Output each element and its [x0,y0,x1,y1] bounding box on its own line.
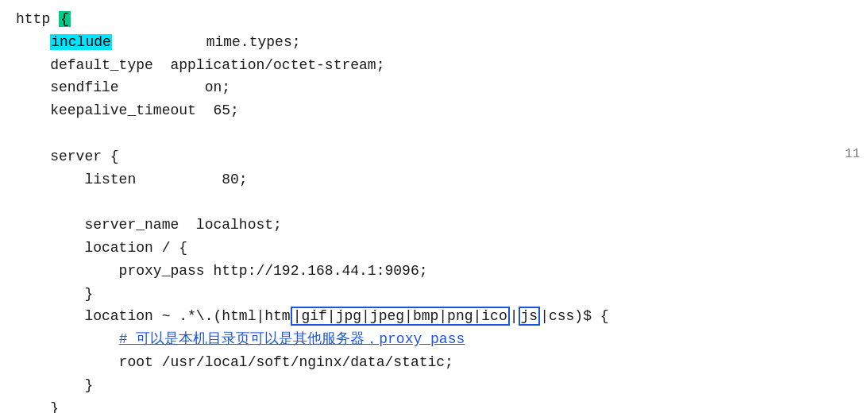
code-line-11: location / { [16,237,852,260]
include-highlight: include [50,34,112,50]
gif-jpg-highlight: |gif|jpg|jpeg|bmp|png|ico [291,307,510,326]
code-line-12: proxy_pass http://192.168.44.1:9096; [16,260,852,283]
code-line-empty-1 [16,122,852,145]
code-line-7: server { [16,145,852,168]
code-line-13: } [16,283,852,306]
open-brace-highlight: { [59,11,71,27]
code-line-18: } [16,397,852,413]
http-keyword: http [16,11,59,27]
code-line-2: include mime.types; [16,31,852,54]
code-editor: http { include mime.types; default_type … [0,0,868,413]
code-line-empty-2 [16,191,852,214]
code-line-10: server_name localhost; [16,214,852,237]
code-line-5: keepalive_timeout 65; [16,99,852,122]
code-line-4: sendfile on; [16,76,852,99]
code-line-15: # 可以是本机目录页可以是其他服务器，proxy_pass [16,328,852,351]
code-line-14: location ~ .*\.(html|htm|gif|jpg|jpeg|bm… [16,305,852,328]
code-line-8: listen 80; [16,168,852,191]
js-highlight: js [519,307,541,326]
code-line-3: default_type application/octet-stream; [16,54,852,77]
code-line-1: http { [16,8,852,31]
comment-line: # 可以是本机目录页可以是其他服务器，proxy_pass [119,331,465,347]
line-number-indicator: 11 [845,147,860,161]
code-line-17: } [16,374,852,397]
code-line-16: root /usr/local/soft/nginx/data/static; [16,351,852,374]
